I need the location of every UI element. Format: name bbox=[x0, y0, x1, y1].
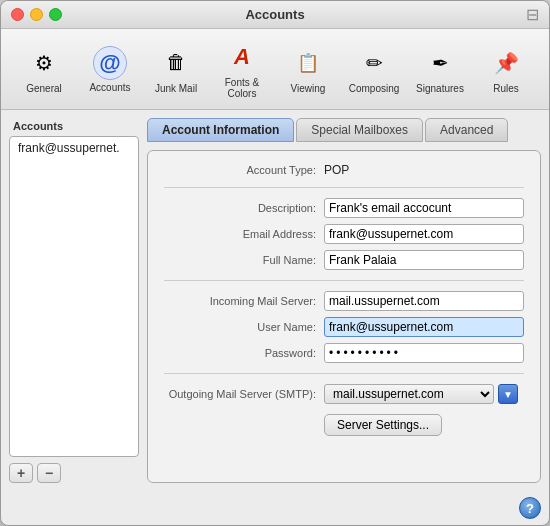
accounts-sidebar: Accounts frank@ussupernet. + − bbox=[9, 118, 139, 483]
window-controls bbox=[11, 8, 62, 21]
window-title: Accounts bbox=[245, 7, 304, 22]
toolbar-label-rules: Rules bbox=[493, 83, 519, 94]
toolbar-item-signatures[interactable]: ✒ Signatures bbox=[409, 41, 471, 98]
titlebar: Accounts ⊟ bbox=[1, 1, 549, 29]
server-settings-button[interactable]: Server Settings... bbox=[324, 414, 442, 436]
rules-icon: 📌 bbox=[488, 45, 524, 81]
toolbar-label-composing: Composing bbox=[349, 83, 400, 94]
help-button[interactable]: ? bbox=[519, 497, 541, 519]
email-row: Email Address: bbox=[164, 224, 524, 244]
close-button[interactable] bbox=[11, 8, 24, 21]
description-row: Description: bbox=[164, 198, 524, 218]
remove-account-button[interactable]: − bbox=[37, 463, 61, 483]
divider-3 bbox=[164, 373, 524, 374]
description-input[interactable] bbox=[324, 198, 524, 218]
fonts-colors-icon: A bbox=[224, 39, 260, 75]
sidebar-controls: + − bbox=[9, 463, 139, 483]
viewing-icon: 📋 bbox=[290, 45, 326, 81]
account-type-row: Account Type: POP bbox=[164, 163, 524, 177]
smtp-row: Outgoing Mail Server (SMTP): mail.ussupe… bbox=[164, 384, 524, 404]
accounts-list: frank@ussupernet. bbox=[9, 136, 139, 457]
incoming-row: Incoming Mail Server: bbox=[164, 291, 524, 311]
email-input[interactable] bbox=[324, 224, 524, 244]
tabs-bar: Account Information Special Mailboxes Ad… bbox=[147, 118, 541, 142]
smtp-dropdown-button[interactable]: ▼ bbox=[498, 384, 518, 404]
maximize-button[interactable] bbox=[49, 8, 62, 21]
add-account-button[interactable]: + bbox=[9, 463, 33, 483]
list-item[interactable]: frank@ussupernet. bbox=[10, 137, 138, 159]
toolbar-item-rules[interactable]: 📌 Rules bbox=[475, 41, 537, 98]
resize-icon[interactable]: ⊟ bbox=[526, 5, 539, 24]
username-row: User Name: bbox=[164, 317, 524, 337]
minimize-button[interactable] bbox=[30, 8, 43, 21]
accounts-window: Accounts ⊟ ⚙ General @ Accounts 🗑 Junk M… bbox=[0, 0, 550, 526]
toolbar-item-fonts-colors[interactable]: A Fonts & Colors bbox=[211, 35, 273, 103]
general-icon: ⚙ bbox=[26, 45, 62, 81]
toolbar-label-signatures: Signatures bbox=[416, 83, 464, 94]
tab-special-mailboxes[interactable]: Special Mailboxes bbox=[296, 118, 423, 142]
composing-icon: ✏ bbox=[356, 45, 392, 81]
smtp-select[interactable]: mail.ussupernet.com bbox=[324, 384, 494, 404]
fullname-label: Full Name: bbox=[164, 254, 324, 266]
form-area: Account Type: POP Description: Email Add… bbox=[147, 150, 541, 483]
smtp-label: Outgoing Mail Server (SMTP): bbox=[164, 388, 324, 400]
toolbar-item-general[interactable]: ⚙ General bbox=[13, 41, 75, 98]
fullname-input[interactable] bbox=[324, 250, 524, 270]
toolbar-label-junkmail: Junk Mail bbox=[155, 83, 197, 94]
username-label: User Name: bbox=[164, 321, 324, 333]
signatures-icon: ✒ bbox=[422, 45, 458, 81]
server-settings-row: Server Settings... bbox=[164, 410, 524, 436]
bottom-bar: ? bbox=[1, 491, 549, 525]
account-type-label: Account Type: bbox=[164, 164, 324, 176]
toolbar-label-accounts: Accounts bbox=[89, 82, 130, 93]
email-label: Email Address: bbox=[164, 228, 324, 240]
junkmail-icon: 🗑 bbox=[158, 45, 194, 81]
password-input[interactable] bbox=[324, 343, 524, 363]
toolbar-item-junkmail[interactable]: 🗑 Junk Mail bbox=[145, 41, 207, 98]
main-content: Accounts frank@ussupernet. + − Account I… bbox=[1, 110, 549, 491]
fullname-row: Full Name: bbox=[164, 250, 524, 270]
divider-1 bbox=[164, 187, 524, 188]
tab-advanced[interactable]: Advanced bbox=[425, 118, 508, 142]
account-type-value: POP bbox=[324, 163, 349, 177]
password-label: Password: bbox=[164, 347, 324, 359]
toolbar-label-general: General bbox=[26, 83, 62, 94]
right-panel: Account Information Special Mailboxes Ad… bbox=[147, 118, 541, 483]
description-label: Description: bbox=[164, 202, 324, 214]
divider-2 bbox=[164, 280, 524, 281]
smtp-select-wrapper: mail.ussupernet.com ▼ bbox=[324, 384, 518, 404]
toolbar-item-accounts[interactable]: @ Accounts bbox=[79, 42, 141, 97]
accounts-icon: @ bbox=[93, 46, 127, 80]
toolbar: ⚙ General @ Accounts 🗑 Junk Mail A Fonts… bbox=[1, 29, 549, 110]
toolbar-item-viewing[interactable]: 📋 Viewing bbox=[277, 41, 339, 98]
username-input[interactable] bbox=[324, 317, 524, 337]
toolbar-label-fonts-colors: Fonts & Colors bbox=[213, 77, 271, 99]
incoming-server-input[interactable] bbox=[324, 291, 524, 311]
incoming-label: Incoming Mail Server: bbox=[164, 295, 324, 307]
toolbar-label-viewing: Viewing bbox=[291, 83, 326, 94]
password-row: Password: bbox=[164, 343, 524, 363]
toolbar-item-composing[interactable]: ✏ Composing bbox=[343, 41, 405, 98]
tab-account-information[interactable]: Account Information bbox=[147, 118, 294, 142]
sidebar-header: Accounts bbox=[9, 118, 139, 134]
